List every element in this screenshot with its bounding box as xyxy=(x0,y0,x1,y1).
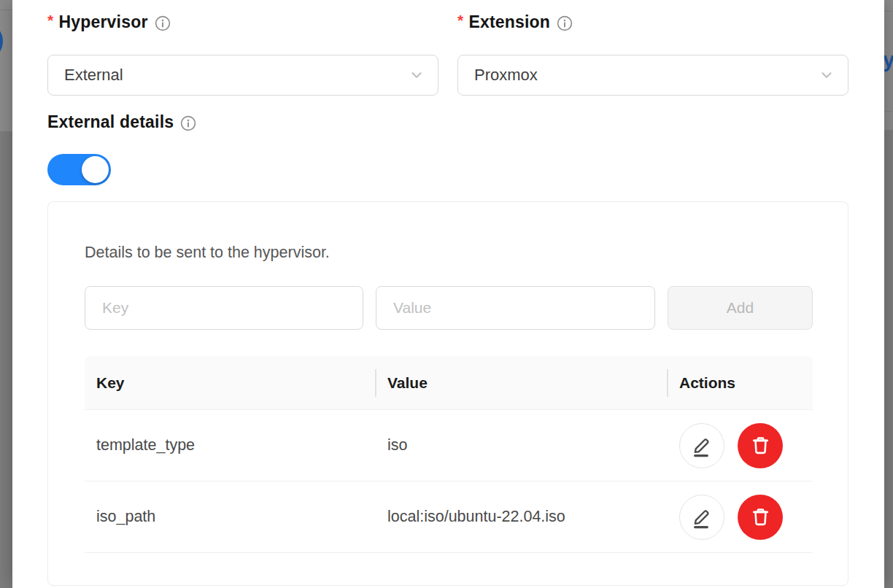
table-row: iso_path local:iso/ubuntu-22.04.iso xyxy=(85,481,813,553)
value-input[interactable] xyxy=(376,286,655,330)
backdrop-dark-region xyxy=(0,131,12,588)
backdrop-divider xyxy=(0,9,12,10)
row-key-cell: template_type xyxy=(85,410,375,481)
backdrop-divider xyxy=(884,11,893,12)
edit-row-button[interactable] xyxy=(679,423,724,468)
pencil-icon xyxy=(690,433,714,458)
table-row: template_type iso xyxy=(85,410,813,481)
required-mark: * xyxy=(47,12,53,29)
toggle-knob xyxy=(82,156,109,183)
row-value-cell: iso xyxy=(375,410,667,481)
row-value-cell: local:iso/ubuntu-22.04.iso xyxy=(375,481,667,552)
hypervisor-select-value: External xyxy=(64,66,123,85)
hypervisor-select[interactable]: External xyxy=(47,55,438,96)
details-table: Key Value Actions template_type iso xyxy=(85,356,813,553)
external-details-label: External details xyxy=(47,112,197,132)
extension-select-value: Proxmox xyxy=(474,66,538,85)
chevron-down-icon xyxy=(409,67,425,83)
table-body: template_type iso xyxy=(85,410,813,553)
backdrop-right-text: ys xyxy=(884,48,893,72)
edit-row-button[interactable] xyxy=(679,495,724,540)
backdrop-left-text: ) xyxy=(0,25,4,53)
external-details-card: Details to be sent to the hypervisor. Ad… xyxy=(47,201,848,586)
key-input[interactable] xyxy=(85,286,363,330)
backdrop-dark-region xyxy=(884,130,893,588)
external-details-label-text: External details xyxy=(47,112,174,132)
delete-row-button[interactable] xyxy=(738,495,783,540)
external-details-toggle[interactable] xyxy=(47,154,111,185)
key-value-form: Add xyxy=(85,286,813,330)
extension-label-text: Extension xyxy=(468,12,550,32)
chevron-down-icon xyxy=(819,67,835,83)
table-header-key: Key xyxy=(85,356,375,409)
pencil-icon xyxy=(690,505,714,530)
card-description: Details to be sent to the hypervisor. xyxy=(85,244,330,262)
trash-icon xyxy=(749,506,772,528)
backdrop-divider xyxy=(884,111,893,112)
hypervisor-label: * Hypervisor xyxy=(47,12,171,32)
hypervisor-label-text: Hypervisor xyxy=(58,12,147,32)
required-mark: * xyxy=(457,12,463,29)
info-icon[interactable] xyxy=(179,115,197,132)
table-header-value: Value xyxy=(375,356,667,409)
info-icon[interactable] xyxy=(556,15,573,32)
extension-label: * Extension xyxy=(457,12,573,32)
modal-dialog: * Hypervisor External * Extension Proxmo… xyxy=(12,0,884,588)
trash-icon xyxy=(749,434,772,457)
row-actions-cell xyxy=(667,410,813,481)
table-header-row: Key Value Actions xyxy=(85,356,813,410)
add-button[interactable]: Add xyxy=(668,286,813,330)
delete-row-button[interactable] xyxy=(738,423,783,468)
extension-select[interactable]: Proxmox xyxy=(457,55,848,96)
backdrop-left-strip: ) xyxy=(0,0,12,588)
backdrop-right-strip: ys xyxy=(884,0,893,588)
row-actions-cell xyxy=(667,481,813,552)
info-icon[interactable] xyxy=(154,15,171,32)
row-key-cell: iso_path xyxy=(85,481,375,552)
table-header-actions: Actions xyxy=(667,356,813,409)
